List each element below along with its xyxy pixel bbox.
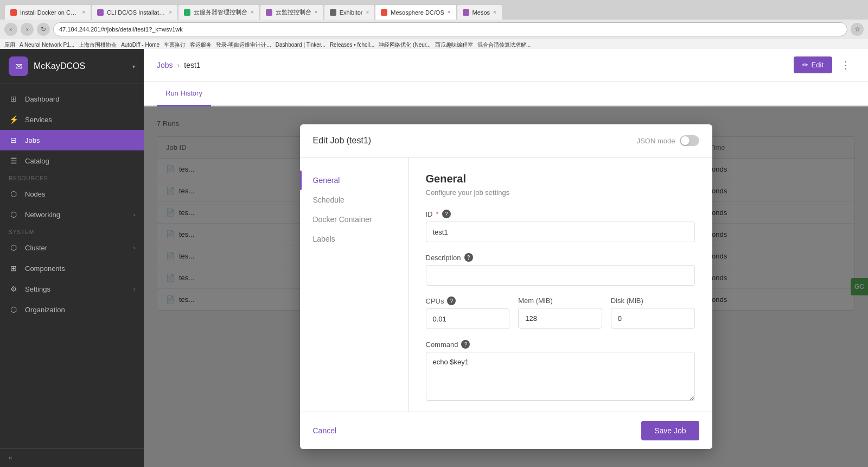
tab-close[interactable]: × — [251, 9, 254, 15]
sidebar-collapse[interactable]: « — [0, 448, 144, 467]
modal-nav-docker[interactable]: Docker Container — [300, 210, 408, 229]
sidebar-caret-icon[interactable]: ▾ — [132, 64, 135, 70]
toggle-switch[interactable] — [680, 135, 699, 146]
networking-icon: ⬡ — [9, 210, 18, 219]
content-area: 7 Runs Job ID Started▲ Finished Run Time — [144, 106, 868, 467]
bookmark-3[interactable]: AutoDiff - Home — [121, 42, 159, 48]
main-content: Jobs › test1 ✏ Edit ⋮ Run History 7 Runs — [144, 49, 868, 467]
tab-5[interactable]: Exhibitor × — [324, 4, 375, 20]
disk-input[interactable] — [611, 308, 695, 329]
id-help-icon[interactable]: ? — [442, 210, 451, 218]
sidebar-item-label: Catalog — [25, 157, 135, 165]
save-job-button[interactable]: Save Job — [641, 421, 699, 440]
description-input[interactable] — [426, 265, 695, 286]
mem-group: Mem (MiB) — [518, 296, 602, 329]
sidebar-item-nodes[interactable]: ⬡ Nodes — [0, 184, 144, 204]
modal-nav: General Schedule Docker Container Labels — [300, 157, 409, 412]
bookmark-4[interactable]: 车票换订 — [164, 41, 186, 49]
section-subtitle: Configure your job settings — [426, 188, 695, 197]
tab-3[interactable]: 云服务器管理控制台 × — [178, 4, 260, 20]
id-field-row: ID * ? — [426, 210, 695, 242]
sidebar-item-jobs[interactable]: ⊟ Jobs — [0, 130, 144, 150]
sidebar-item-label: Networking — [25, 211, 127, 219]
id-label: ID * ? — [426, 210, 695, 218]
bookmark-1[interactable]: A Neural Network P1... — [20, 42, 74, 48]
address-bar[interactable]: 47.104.244.201/#/jobs/detail/test1?_k=ws… — [53, 22, 847, 36]
bookmark-2[interactable]: 上海市围棋协会 — [79, 41, 117, 49]
sidebar-item-label: Services — [25, 116, 135, 124]
command-label-text: Command — [426, 340, 458, 349]
sidebar-item-networking[interactable]: ⬡ Networking › — [0, 204, 144, 225]
mem-input[interactable] — [518, 308, 602, 329]
command-field-row: Command ? echo $key1 — [426, 340, 695, 403]
back-button[interactable]: ‹ — [4, 23, 17, 36]
more-actions-button[interactable]: ⋮ — [837, 57, 855, 73]
cpus-label-text: CPUs — [426, 297, 444, 305]
bookmark-8[interactable]: Releases • fcholl... — [330, 42, 374, 48]
sidebar: ✉ McKayDCOS ▾ ⊞ Dashboard ⚡ Services ⊟ J… — [0, 49, 144, 467]
tab-favicon — [330, 9, 336, 16]
bookmark-10[interactable]: 西瓜趣味编程室 — [435, 41, 473, 49]
sidebar-item-label: Settings — [25, 285, 127, 293]
catalog-icon: ☰ — [9, 156, 18, 166]
modal-footer: Cancel Save Job — [300, 412, 712, 449]
tab-4[interactable]: 云监控控制台 × — [260, 4, 324, 20]
bookmark-7[interactable]: Dashboard | Tinker... — [276, 42, 326, 48]
id-input[interactable] — [426, 222, 695, 242]
tab-2[interactable]: CLI DC/OS Installation... × — [91, 4, 178, 20]
bookmark-5[interactable]: 客运服务 — [190, 41, 212, 49]
sidebar-item-label: Components — [25, 264, 135, 273]
json-mode-toggle[interactable]: JSON mode — [637, 135, 699, 146]
sidebar-item-catalog[interactable]: ☰ Catalog — [0, 150, 144, 171]
refresh-button[interactable]: ↻ — [37, 23, 50, 36]
tab-close[interactable]: × — [315, 9, 318, 15]
breadcrumb-parent[interactable]: Jobs — [157, 61, 173, 70]
browser-tabs: Install Docker on Cent... × CLI DC/OS In… — [0, 0, 868, 20]
command-help-icon[interactable]: ? — [461, 340, 470, 349]
modal-nav-labels[interactable]: Labels — [300, 229, 408, 249]
command-textarea[interactable]: echo $key1 — [426, 352, 695, 401]
tab-close[interactable]: × — [366, 9, 369, 15]
bookmark-button[interactable]: ☆ — [851, 23, 864, 36]
sidebar-item-services[interactable]: ⚡ Services — [0, 109, 144, 130]
tab-close[interactable]: × — [448, 9, 451, 15]
forward-button[interactable]: › — [21, 23, 34, 36]
cpus-input[interactable] — [426, 308, 510, 329]
tab-close[interactable]: × — [493, 9, 496, 15]
modal-nav-general[interactable]: General — [300, 171, 408, 190]
sidebar-item-organization[interactable]: ⬡ Organization — [0, 299, 144, 320]
sidebar-item-dashboard[interactable]: ⊞ Dashboard — [0, 89, 144, 109]
tab-close[interactable]: × — [169, 9, 172, 15]
address-text: 47.104.244.201/#/jobs/detail/test1?_k=ws… — [59, 26, 183, 33]
modal-nav-schedule[interactable]: Schedule — [300, 190, 408, 210]
tab-1[interactable]: Install Docker on Cent... × — [4, 4, 91, 20]
mem-label-text: Mem (MiB) — [518, 296, 553, 305]
browser-addressbar: ‹ › ↻ 47.104.244.201/#/jobs/detail/test1… — [0, 20, 868, 39]
cancel-button[interactable]: Cancel — [313, 422, 337, 439]
logo-char: ✉ — [15, 61, 22, 72]
cluster-icon: ⬡ — [9, 243, 18, 253]
tab-label: Mesos — [473, 9, 490, 16]
tab-7[interactable]: Mesos × — [457, 4, 502, 20]
sidebar-item-settings[interactable]: ⚙ Settings › — [0, 279, 144, 299]
app-container: ✉ McKayDCOS ▾ ⊞ Dashboard ⚡ Services ⊟ J… — [0, 49, 868, 467]
tab-6[interactable]: Mesosphere DC/OS × — [375, 4, 456, 20]
cpus-help-icon[interactable]: ? — [447, 296, 456, 305]
edit-button[interactable]: ✏ Edit — [794, 56, 832, 73]
sidebar-item-cluster[interactable]: ⬡ Cluster › — [0, 237, 144, 258]
sidebar-item-components[interactable]: ⊞ Components — [0, 258, 144, 279]
bookmark-apps[interactable]: 应用 — [4, 41, 15, 49]
dashboard-icon: ⊞ — [9, 94, 18, 104]
bookmark-9[interactable]: 神经网络优化 (Neur... — [379, 41, 431, 49]
tab-close[interactable]: × — [82, 9, 85, 15]
sidebar-logo: ✉ — [9, 56, 28, 76]
sidebar-item-label: Jobs — [25, 136, 135, 144]
description-help-icon[interactable]: ? — [464, 253, 473, 262]
tab-favicon — [184, 9, 190, 16]
bookmark-6[interactable]: 登录-明御运维审计计... — [216, 41, 271, 49]
resources-row: CPUs ? Mem (MiB) — [426, 296, 695, 329]
bookmark-11[interactable]: 混合合适传算法求解... — [477, 41, 531, 49]
tab-run-history[interactable]: Run History — [157, 81, 211, 106]
settings-icon: ⚙ — [9, 284, 18, 294]
cpus-group: CPUs ? — [426, 296, 510, 329]
